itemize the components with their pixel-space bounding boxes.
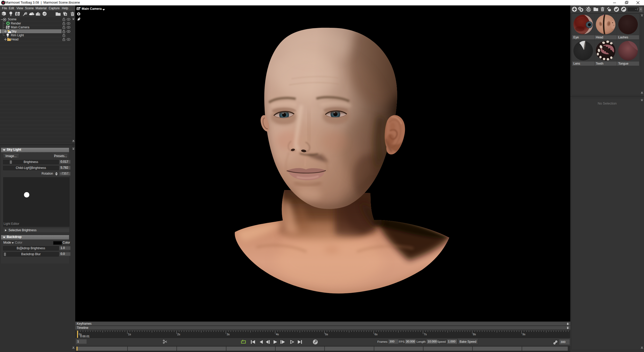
svg-text:6s: 6s	[375, 333, 378, 336]
svg-text:5s: 5s	[325, 333, 328, 336]
svg-text:4s: 4s	[276, 333, 279, 336]
svg-text:2s: 2s	[177, 333, 180, 336]
svg-text:9s: 9s	[522, 333, 526, 336]
svg-text:3s: 3s	[227, 333, 230, 336]
svg-text:1s: 1s	[128, 333, 131, 336]
svg-text:8s: 8s	[473, 333, 476, 336]
svg-text:0:00.01: 0:00.01	[80, 335, 90, 338]
svg-text:7s: 7s	[424, 333, 427, 336]
